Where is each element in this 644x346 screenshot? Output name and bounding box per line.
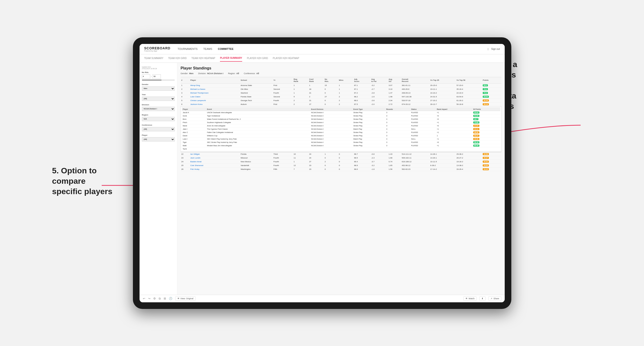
tooltip-data-row: Jacob KUNCW Seahawk IntercollegiateNCAA … [182, 111, 500, 114]
filter-label-conference: Conference [142, 124, 175, 126]
filter-label-division: Division [142, 104, 175, 106]
filter-group-player: Player (All) [142, 134, 175, 142]
cell-player[interactable]: Jack Lundin [190, 156, 240, 160]
col-yr: Yr [273, 77, 293, 83]
tooltip-data-row: DavidWilliams CupNCAA Division IStroke P… [182, 134, 500, 137]
filter-conference-select[interactable]: (All) [142, 127, 175, 131]
filter-label-year: Year [142, 94, 175, 96]
view-icon: 👁 [178, 297, 180, 300]
filter-rds-max[interactable] [152, 74, 161, 79]
filter-rds-slider[interactable] [142, 80, 175, 81]
tooltip-data-row: MattiMirabel Maui Jim IntercollegiateNCA… [182, 144, 500, 147]
cell-player[interactable]: Luke Claton [190, 95, 240, 99]
table-row: 26 Petr Hruby WashingtonFifth 72300 68.6… [181, 167, 502, 171]
tooltip-data-row: MarieAmer An IntercollegiateNCAA Divisio… [182, 124, 500, 127]
nav-tournaments[interactable]: TOURNAMENTS [178, 46, 198, 51]
app-title: SCOREBOARD [144, 46, 170, 50]
cell-reg-rank: 1 [293, 83, 308, 87]
filter-conference-value: All [256, 72, 259, 75]
tab-team-summary[interactable]: TEAM SUMMARY [144, 55, 164, 61]
content-area: Player Standings Gender: Men Division: N… [178, 63, 505, 295]
main-nav: TOURNAMENTS TEAMS COMMITTEE [178, 46, 488, 51]
redo-icon[interactable]: ↪ [148, 297, 150, 300]
filters-panel: Update time: 27/01/2024 16:56:26 No Rds.… [140, 63, 178, 295]
cell-wins: 1 [338, 83, 353, 87]
share-dropdown-button[interactable]: ⬇ [480, 296, 486, 301]
cell-vs25: 29-15-0 [430, 83, 456, 87]
tab-team-h2h-grid[interactable]: TEAM H2H GRID [168, 55, 186, 61]
copy-icon[interactable]: ⧉ [159, 297, 161, 300]
filter-division-select[interactable]: NCAA Division I [142, 107, 175, 111]
clock-icon[interactable]: 🕐 [169, 297, 172, 300]
col-num: # [181, 77, 190, 83]
filter-gender-label: Gender: [181, 72, 188, 75]
cell-points-hover[interactable]: 58.18 [482, 102, 501, 106]
cell-player[interactable]: Michael La Sasso [190, 87, 240, 91]
table-row: 6 Jackson Koivu AuburnFirst 22702 67.5-2… [181, 102, 502, 106]
cell-record: 381-61-11 [401, 83, 430, 87]
col-wins: Wins [338, 77, 353, 83]
table-row: 25 Cole Sherwood VanderbiltFourth 122300… [181, 164, 502, 167]
watch-label: Watch [468, 297, 474, 300]
undo-icon[interactable]: ↩ [143, 297, 145, 300]
filter-group-rds: No Rds. - [142, 71, 175, 81]
tab-player-h2h-grid[interactable]: PLAYER H2H GRID [247, 55, 268, 61]
tab-player-summary[interactable]: PLAYER SUMMARY [220, 55, 242, 62]
cell-player[interactable]: Wenyi Ding [190, 83, 240, 87]
bottom-bar: ↩ ↪ ⚙ ⧉ ⊞ 🕐 👁 View: Original 👁 Watch ⬇ [140, 295, 505, 302]
page-title: Player Standings [181, 66, 502, 70]
filter-player-select[interactable]: (All) [142, 137, 175, 142]
settings-icon[interactable]: ⚙ [153, 297, 156, 300]
tab-player-h2h-heatmap[interactable]: PLAYER H2H HEATMAP [273, 55, 299, 61]
filter-year-select[interactable]: (All) [142, 97, 175, 101]
filter-label-rds: No Rds. [142, 71, 175, 73]
col-points: Points [482, 77, 501, 83]
cell-player[interactable]: Jackson Koivu [190, 102, 240, 106]
cell-player[interactable]: Ian Gilligan [190, 152, 240, 156]
cell-vs50: 57-23-0 [456, 83, 482, 87]
filter-group-gender: Gender Men [142, 83, 175, 91]
watch-button[interactable]: 👁 Watch [463, 296, 476, 301]
filter-label-player: Player [142, 134, 175, 136]
col-vs25: Vs Top 25 [430, 77, 456, 83]
standings-table: # Player School Yr RegRank ConfRank NoRd… [181, 77, 502, 171]
share-button[interactable]: ↗ Share [488, 296, 501, 301]
filter-region-value: All [236, 72, 239, 75]
grid-icon[interactable]: ⊞ [164, 297, 166, 300]
filter-rds-min[interactable] [142, 74, 150, 79]
filter-division-value: NCAA Division I [207, 72, 223, 75]
view-original-label: View: Original [180, 297, 194, 300]
tooltip-data-row: PhichSouthern Highlands CollegiateNCAA D… [182, 121, 500, 124]
cell-yr: Second [273, 87, 293, 91]
cell-player[interactable]: Michael Thorbjornsen [190, 91, 240, 95]
cell-player[interactable]: Bastien Amat [190, 160, 240, 164]
col-player: Player [190, 77, 240, 83]
tooltip-row: Player Event Event Division Event Type R… [181, 106, 502, 152]
annotation-left: 5. Option to compare specific players [52, 165, 142, 197]
sub-nav: TEAM SUMMARY TEAM H2H GRID TEAM H2H HEAT… [140, 54, 505, 63]
filter-division: Division: NCAA Division I [198, 72, 223, 75]
nav-committee[interactable]: COMMITTEE [218, 46, 234, 51]
filter-group-region: Region N/A [142, 114, 175, 121]
filter-label-region: Region [142, 114, 175, 116]
table-row: 4 Luke Claton Florida StateSecond 52272 … [181, 95, 502, 99]
col-conf-rank: ConfRank [308, 77, 324, 83]
col-to-par: Avgto Par [370, 77, 388, 83]
table-row: 24 Bastien Amat New MexicoFourth 12720 6… [181, 160, 502, 164]
cell-player[interactable]: Petr Hruby [190, 167, 240, 171]
filter-gender-select[interactable]: Men [142, 86, 175, 91]
divider: | [488, 48, 488, 50]
logo-area: SCOREBOARD Powered by clippi [144, 46, 170, 52]
filter-region-select[interactable]: N/A [142, 117, 175, 121]
cell-points[interactable]: 68.2 [482, 83, 501, 87]
cell-player[interactable]: Cole Sherwood [190, 164, 240, 167]
cell-player[interactable]: Christo Lamprecht [190, 99, 240, 102]
view-original-button[interactable]: 👁 View: Original [175, 296, 196, 301]
main-content: Update time: 27/01/2024 16:56:26 No Rds.… [140, 63, 505, 295]
tab-team-h2h-heatmap[interactable]: TEAM H2H HEATMAP [191, 55, 215, 61]
nav-teams[interactable]: TEAMS [203, 46, 212, 51]
sign-out-button[interactable]: Sign out [491, 48, 500, 50]
cell-rds: 15 [324, 83, 338, 87]
filter-gender: Gender: Men [181, 72, 194, 75]
col-avg-sg: AvgSG [388, 77, 401, 83]
